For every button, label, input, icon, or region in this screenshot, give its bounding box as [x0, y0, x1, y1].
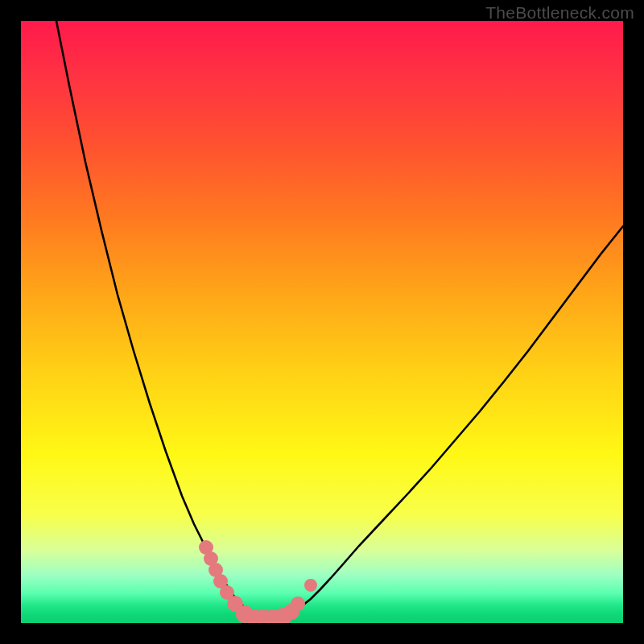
marker-dot [304, 579, 317, 592]
plot-area [21, 21, 623, 623]
curve-overlay [21, 21, 623, 623]
marker-dot [291, 597, 305, 611]
watermark-text: TheBottleneck.com [485, 3, 634, 23]
right-curve [287, 226, 623, 618]
marker-dots [199, 540, 317, 623]
left-curve [56, 21, 262, 618]
outer-black-frame: TheBottleneck.com [0, 0, 644, 644]
